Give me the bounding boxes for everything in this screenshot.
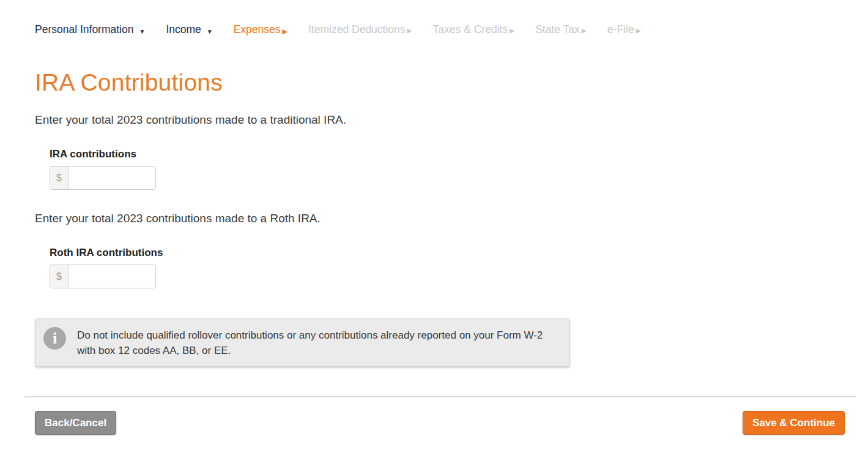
roth-ira-field-block: Roth IRA contributions $ — [50, 247, 868, 288]
nav-item-label: Personal Information — [35, 23, 133, 36]
nav-item-label: Taxes & Credits — [433, 23, 508, 36]
footer-actions: Back/Cancel Save & Continue — [35, 411, 845, 435]
save-continue-button[interactable]: Save & Continue — [743, 411, 845, 435]
nav-item-efile: e-File — [607, 23, 641, 36]
nav-item-label: e-File — [607, 23, 634, 36]
info-box: i Do not include qualified rollover cont… — [35, 318, 570, 367]
chevron-down-icon — [207, 24, 213, 36]
currency-prefix: $ — [50, 167, 69, 189]
nav-item-personal-information[interactable]: Personal Information — [35, 23, 145, 36]
traditional-ira-input[interactable] — [69, 167, 155, 189]
chevron-down-icon — [139, 24, 145, 36]
back-cancel-button[interactable]: Back/Cancel — [35, 411, 116, 435]
nav-item-taxes-credits: Taxes & Credits — [433, 23, 515, 36]
footer-divider — [24, 396, 856, 397]
nav-item-itemized-deductions: Itemized Deductions — [308, 23, 412, 36]
progress-nav: Personal Information Income Expenses Ite… — [35, 23, 868, 36]
roth-ira-label: Roth IRA contributions — [50, 247, 868, 259]
arrow-right-icon — [407, 24, 412, 36]
arrow-right-icon — [283, 24, 287, 36]
info-circle-icon: i — [43, 327, 66, 350]
arrow-right-icon — [636, 24, 641, 36]
nav-item-state-tax: State Tax — [535, 23, 587, 36]
nav-item-expenses[interactable]: Expenses — [234, 23, 287, 36]
traditional-ira-label: IRA contributions — [50, 148, 868, 160]
nav-item-label: State Tax — [535, 23, 580, 36]
traditional-ira-field-block: IRA contributions $ — [50, 148, 868, 190]
roth-ira-input[interactable] — [69, 265, 155, 288]
nav-item-income[interactable]: Income — [166, 23, 212, 36]
intro-traditional-ira: Enter your total 2023 contributions made… — [35, 113, 868, 127]
nav-item-label: Expenses — [234, 23, 281, 36]
roth-ira-input-group: $ — [50, 265, 156, 288]
currency-prefix: $ — [50, 265, 69, 288]
page-title: IRA Contributions — [35, 69, 868, 96]
intro-roth-ira: Enter your total 2023 contributions made… — [35, 212, 868, 225]
traditional-ira-input-group: $ — [50, 166, 156, 190]
info-box-text: Do not include qualified rollover contri… — [77, 327, 557, 358]
nav-item-label: Income — [166, 23, 201, 36]
arrow-right-icon — [510, 24, 514, 36]
arrow-right-icon — [582, 24, 587, 36]
nav-item-label: Itemized Deductions — [308, 23, 406, 36]
